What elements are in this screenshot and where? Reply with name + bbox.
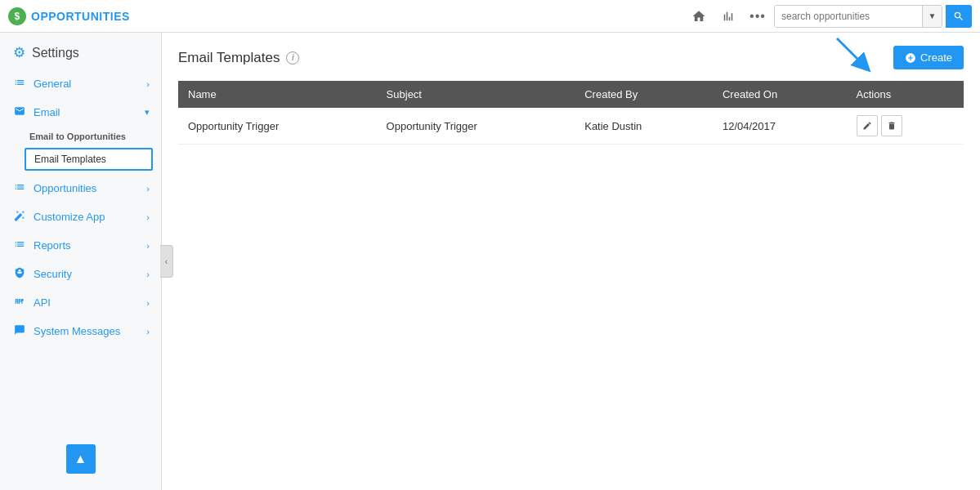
app-logo: $ OPPORTUNITIES [8,7,686,25]
sidebar-item-reports[interactable]: Reports › [0,231,161,260]
scroll-up-button[interactable]: ▲ [66,444,96,474]
opportunities-label: Opportunities [34,182,140,194]
sidebar-item-opportunities[interactable]: Opportunities › [0,174,161,203]
info-icon[interactable]: i [286,51,299,65]
table-header-row: Name Subject Created By Created On Actio… [178,81,964,108]
email-templates-item[interactable]: Email Templates [0,145,161,174]
home-button[interactable] [686,3,712,29]
sidebar-item-api[interactable]: API › [0,288,161,317]
sidebar-item-system-messages[interactable]: System Messages › [0,317,161,345]
system-messages-chevron: › [146,327,150,336]
email-templates-label[interactable]: Email Templates [25,148,153,171]
sidebar-item-customize[interactable]: Customize App › [0,203,161,231]
reports-chevron: › [146,241,150,251]
col-name: Name [178,81,377,108]
general-label: General [34,78,140,90]
page-title: Email Templates [178,50,280,66]
email-label: Email [34,106,138,118]
create-button-label: Create [920,51,952,64]
search-wrapper: ▼ [774,5,942,28]
content-header: Email Templates i Create [178,46,964,69]
create-button[interactable]: Create [893,46,964,69]
col-subject: Subject [377,81,575,108]
settings-title: Settings [32,46,79,60]
api-label: API [34,296,140,309]
sidebar-item-email[interactable]: Email ▾ [0,98,161,127]
security-icon [14,267,27,281]
api-icon [14,296,27,310]
table-row: Opportunity Trigger Opportunity Trigger … [178,108,964,145]
customize-chevron: › [146,212,150,222]
search-submit-button[interactable] [946,5,972,28]
cell-created-on: 12/04/2017 [713,108,847,145]
security-chevron: › [146,270,150,279]
cell-created-by: Katie Dustin [575,108,713,145]
opportunities-icon [14,181,27,195]
sidebar-item-general[interactable]: General › [0,69,161,98]
chart-button[interactable] [715,3,741,29]
content-area: Email Templates i Create Name Subject Cr… [162,33,980,490]
opportunities-chevron: › [146,184,150,194]
search-input[interactable] [775,6,922,27]
general-icon [14,77,27,91]
top-nav-right: ••• ▼ [686,3,972,29]
reports-icon [14,238,27,252]
content-title: Email Templates i [178,50,299,66]
system-messages-label: System Messages [34,325,140,337]
email-templates-table: Name Subject Created By Created On Actio… [178,81,964,145]
sidebar-item-security[interactable]: Security › [0,260,161,288]
col-created-on: Created On [713,81,847,108]
email-sub-header: Email to Opportunities [0,127,161,145]
cell-subject: Opportunity Trigger [377,108,575,145]
edit-button[interactable] [857,115,878,136]
logo-icon: $ [8,7,26,25]
delete-button[interactable] [881,115,902,136]
search-dropdown-button[interactable]: ▼ [922,5,942,28]
app-title: OPPORTUNITIES [31,10,130,23]
sidebar: ⚙ Settings General › Email ▾ Email to Op… [0,33,162,490]
api-chevron: › [146,298,150,308]
email-chevron: ▾ [145,107,150,118]
col-created-by: Created By [575,81,713,108]
col-actions: Actions [847,81,964,108]
reports-label: Reports [34,239,140,252]
cell-name: Opportunity Trigger [178,108,377,145]
general-chevron: › [146,79,150,89]
system-messages-icon [14,324,27,338]
top-nav: $ OPPORTUNITIES ••• ▼ [0,0,980,33]
cell-actions [847,108,964,145]
security-label: Security [34,268,140,280]
more-button[interactable]: ••• [745,3,771,29]
customize-icon [14,210,27,224]
settings-gear-icon: ⚙ [13,44,25,61]
main-layout: ⚙ Settings General › Email ▾ Email to Op… [0,33,980,490]
email-icon [14,105,27,119]
sidebar-collapse-handle[interactable]: ‹ [160,245,173,278]
customize-label: Customize App [34,211,140,223]
settings-header: ⚙ Settings [0,33,161,69]
